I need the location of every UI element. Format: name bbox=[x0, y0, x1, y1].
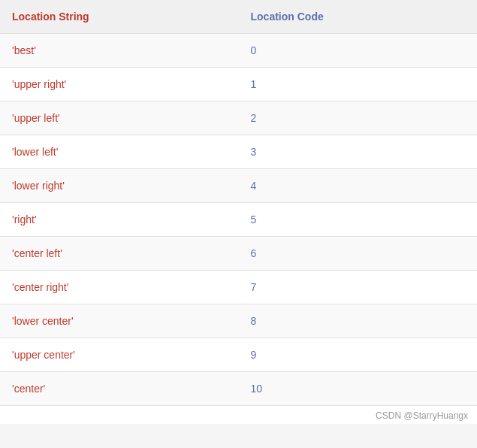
cell-location-string: 'lower right' bbox=[0, 169, 239, 203]
table-row: 'right'5 bbox=[0, 203, 477, 237]
cell-location-string: 'lower left' bbox=[0, 135, 239, 169]
cell-location-code: 10 bbox=[239, 372, 478, 406]
cell-location-code: 3 bbox=[239, 135, 478, 169]
table-row: 'center left'6 bbox=[0, 237, 477, 271]
cell-location-code: 5 bbox=[239, 203, 478, 237]
cell-location-code: 8 bbox=[239, 304, 478, 338]
watermark: CSDN @StarryHuangx bbox=[0, 406, 477, 424]
table-row: 'upper left'2 bbox=[0, 101, 477, 135]
cell-location-string: 'lower center' bbox=[0, 304, 239, 338]
cell-location-code: 0 bbox=[239, 34, 478, 68]
cell-location-string: 'right' bbox=[0, 203, 239, 237]
cell-location-string: 'best' bbox=[0, 34, 239, 68]
table-row: 'lower right'4 bbox=[0, 169, 477, 203]
cell-location-code: 7 bbox=[239, 271, 478, 304]
cell-location-string: 'upper left' bbox=[0, 101, 239, 135]
cell-location-string: 'center' bbox=[0, 372, 239, 406]
table-row: 'lower center'8 bbox=[0, 304, 477, 338]
header-location-code: Location Code bbox=[239, 0, 478, 34]
cell-location-code: 6 bbox=[239, 237, 478, 271]
cell-location-code: 9 bbox=[239, 338, 478, 372]
cell-location-string: 'center right' bbox=[0, 271, 239, 304]
cell-location-code: 1 bbox=[239, 68, 478, 101]
table-header-row: Location String Location Code bbox=[0, 0, 477, 34]
cell-location-string: 'upper right' bbox=[0, 68, 239, 101]
table-row: 'upper center'9 bbox=[0, 338, 477, 372]
table-row: 'best'0 bbox=[0, 34, 477, 68]
cell-location-code: 4 bbox=[239, 169, 478, 203]
cell-location-code: 2 bbox=[239, 101, 478, 135]
header-location-string: Location String bbox=[0, 0, 239, 34]
cell-location-string: 'center left' bbox=[0, 237, 239, 271]
table-row: 'center'10 bbox=[0, 372, 477, 406]
table-row: 'upper right'1 bbox=[0, 68, 477, 101]
location-table: Location String Location Code 'best'0'up… bbox=[0, 0, 477, 406]
table-row: 'center right'7 bbox=[0, 271, 477, 304]
table-container: Location String Location Code 'best'0'up… bbox=[0, 0, 477, 424]
table-row: 'lower left'3 bbox=[0, 135, 477, 169]
cell-location-string: 'upper center' bbox=[0, 338, 239, 372]
